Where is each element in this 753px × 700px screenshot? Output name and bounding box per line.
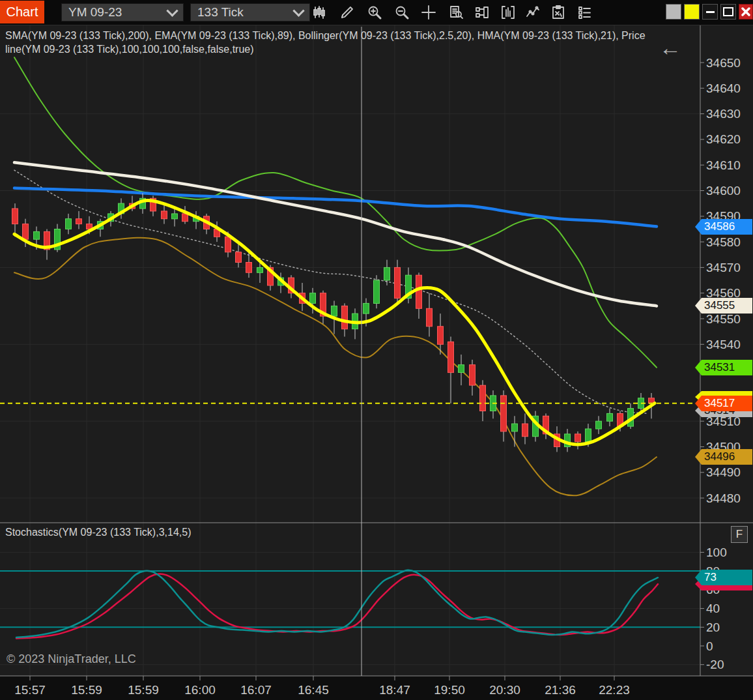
chevron-down-icon bbox=[292, 5, 304, 16]
period-select-value: 133 Tick bbox=[197, 5, 289, 20]
zoom-in-icon[interactable] bbox=[363, 2, 386, 23]
price-axis-label: 34570 bbox=[706, 261, 741, 274]
time-axis-label: 15:57 bbox=[14, 683, 46, 697]
time-axis-label: 21:36 bbox=[545, 683, 576, 697]
chart-canvas[interactable]: 3465034640346303462034610346003459034580… bbox=[0, 0, 753, 700]
bb-lower-marker: 34496 bbox=[695, 449, 752, 465]
indicators-icon[interactable] bbox=[522, 2, 544, 23]
chart-trader-icon[interactable] bbox=[471, 2, 493, 23]
price-axis-label: 34610 bbox=[706, 158, 741, 172]
last-price-marker: 34517 bbox=[695, 396, 752, 411]
features-button[interactable]: F bbox=[731, 526, 748, 543]
price-axis-label: 34650 bbox=[706, 56, 741, 70]
link-yellow-button[interactable] bbox=[684, 4, 700, 20]
link-gray-button[interactable] bbox=[666, 4, 681, 20]
instrument-select-value: YM 09-23 bbox=[68, 5, 163, 20]
zoom-out-icon[interactable] bbox=[391, 2, 413, 23]
stoch-k-marker: 73 bbox=[695, 570, 752, 585]
stoch-axis-label: -20 bbox=[706, 658, 724, 671]
title-bar: Chart YM 09-23 133 Tick bbox=[0, 0, 753, 25]
price-axis-label: 34630 bbox=[706, 107, 741, 121]
instrument-select[interactable]: YM 09-23 bbox=[61, 3, 184, 22]
time-axis-label: 22:23 bbox=[599, 683, 630, 697]
time-axis-label: 16:07 bbox=[240, 683, 272, 697]
copyright-text: © 2023 NinjaTrader, LLC bbox=[7, 652, 136, 666]
bars-period-icon[interactable] bbox=[497, 2, 519, 23]
stochastics-legend: Stochastics(YM 09-23 (133 Tick),3,14,5) bbox=[5, 527, 191, 538]
time-axis-label: 16:45 bbox=[298, 683, 329, 697]
time-axis-label: 19:50 bbox=[434, 683, 465, 697]
sma-marker: 34555 bbox=[695, 298, 752, 314]
price-axis-label: 34620 bbox=[706, 132, 741, 146]
price-axis-label: 34580 bbox=[706, 235, 741, 249]
data-box-icon[interactable] bbox=[445, 2, 467, 23]
chevron-down-icon bbox=[166, 5, 178, 16]
price-axis-label: 34480 bbox=[706, 491, 741, 505]
price-axis-label: 34600 bbox=[706, 184, 741, 197]
time-axis-label: 18:47 bbox=[379, 683, 410, 697]
price-axis-label: 34550 bbox=[706, 312, 741, 326]
time-axis-label: 20:30 bbox=[489, 683, 520, 697]
chart-style-icon[interactable] bbox=[308, 2, 330, 23]
time-axis-label: 16:00 bbox=[184, 683, 216, 697]
time-axis-background bbox=[0, 676, 753, 700]
close-button[interactable] bbox=[739, 4, 753, 20]
period-select[interactable]: 133 Tick bbox=[190, 3, 310, 22]
price-axis-label: 34490 bbox=[706, 465, 741, 479]
stoch-axis-label: 40 bbox=[706, 602, 720, 615]
properties-icon[interactable] bbox=[573, 2, 595, 23]
draw-icon[interactable] bbox=[336, 2, 358, 23]
back-arrow-icon[interactable]: ← bbox=[659, 36, 681, 59]
stoch-axis-label: 20 bbox=[706, 620, 720, 634]
strategies-icon[interactable] bbox=[547, 2, 569, 23]
crosshair-icon[interactable] bbox=[418, 2, 440, 23]
chart-tab[interactable]: Chart bbox=[0, 1, 44, 23]
chart-background bbox=[0, 25, 753, 700]
price-axis-label: 34640 bbox=[706, 81, 741, 95]
ema-marker: 34586 bbox=[695, 219, 752, 235]
time-axis-label: 15:59 bbox=[128, 683, 159, 697]
time-axis-label: 15:59 bbox=[71, 683, 102, 697]
price-axis-label: 34540 bbox=[706, 338, 741, 351]
stoch-axis-label: 100 bbox=[706, 546, 727, 559]
bb-upper-marker: 34531 bbox=[695, 360, 752, 375]
maximize-button[interactable] bbox=[720, 4, 736, 20]
minimize-button[interactable] bbox=[702, 4, 718, 20]
stoch-axis-label: 0 bbox=[706, 639, 713, 653]
indicator-legend: SMA(YM 09-23 (133 Tick),200), EMA(YM 09-… bbox=[5, 29, 679, 56]
